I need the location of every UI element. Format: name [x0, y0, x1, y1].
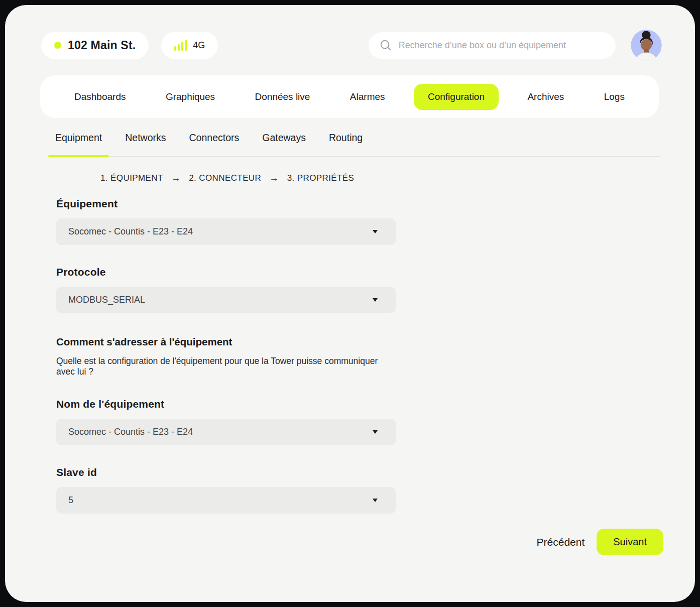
tab-configuration[interactable]: Configuration	[414, 84, 499, 110]
chevron-down-icon	[373, 298, 378, 302]
signal-bars-icon	[174, 40, 187, 51]
equipment-form: Équipement Socomec - Countis - E23 - E24…	[56, 198, 396, 514]
device-name-label: Nom de l'équipement	[56, 398, 396, 410]
tab-dashboards[interactable]: Dashboards	[63, 84, 137, 110]
step-equipment: 1. ÉQUIPMENT	[100, 173, 163, 183]
main-nav: Dashboards Graphiques Données live Alarm…	[40, 75, 659, 118]
status-dot-icon	[54, 42, 61, 49]
protocol-label: Protocole	[56, 266, 396, 278]
equipment-label: Équipement	[56, 198, 396, 210]
equipment-select-value: Socomec - Countis - E23 - E24	[68, 226, 193, 237]
previous-button[interactable]: Précédent	[537, 536, 585, 548]
tab-archives[interactable]: Archives	[516, 84, 575, 110]
location-selector[interactable]: 102 Main St.	[41, 32, 149, 59]
top-bar: 102 Main St. 4G	[41, 31, 662, 59]
section-title: Comment s'adresser à l'équipement	[56, 336, 396, 348]
search-input[interactable]	[399, 40, 606, 51]
wizard-stepper: 1. ÉQUIPMENT → 2. CONNECTEUR → 3. PROPRI…	[100, 173, 695, 184]
slave-id-label: Slave id	[56, 466, 396, 478]
search-icon	[380, 39, 392, 52]
device-name-select-value: Socomec - Countis - E23 - E24	[68, 427, 193, 437]
subtab-networks[interactable]: Networks	[125, 128, 166, 156]
network-label: 4G	[193, 40, 205, 51]
device-name-select[interactable]: Socomec - Countis - E23 - E24	[56, 419, 396, 445]
chevron-down-icon	[373, 230, 378, 233]
step-connecteur: 2. CONNECTEUR	[189, 173, 261, 183]
next-button[interactable]: Suivant	[597, 529, 663, 555]
tab-donnees-live[interactable]: Données live	[244, 84, 321, 110]
subtab-connectors[interactable]: Connectors	[189, 128, 240, 156]
network-status-pill[interactable]: 4G	[161, 32, 218, 59]
arrow-right-icon: →	[171, 173, 181, 184]
tab-logs[interactable]: Logs	[593, 84, 636, 110]
location-label: 102 Main St.	[68, 39, 136, 52]
config-subnav: Equipment Networks Connectors Gateways R…	[55, 128, 660, 157]
wizard-actions: Précédent Suivant	[5, 529, 663, 555]
main-card: 102 Main St. 4G	[5, 5, 695, 602]
subtab-routing[interactable]: Routing	[329, 128, 363, 156]
chevron-down-icon	[373, 430, 378, 434]
tab-alarmes[interactable]: Alarmes	[339, 84, 396, 110]
step-proprietes: 3. PROPRIÉTÉS	[287, 173, 355, 183]
subtab-gateways[interactable]: Gateways	[262, 128, 306, 156]
arrow-right-icon: →	[269, 173, 279, 184]
protocol-select-value: MODBUS_SERIAL	[68, 295, 145, 305]
slave-id-select-value: 5	[68, 495, 73, 506]
tab-graphiques[interactable]: Graphiques	[155, 84, 226, 110]
chevron-down-icon	[373, 499, 378, 502]
protocol-select[interactable]: MODBUS_SERIAL	[56, 287, 396, 313]
subtab-equipment[interactable]: Equipment	[55, 128, 102, 156]
avatar[interactable]	[631, 30, 662, 61]
slave-id-select[interactable]: 5	[56, 487, 396, 514]
search-bar[interactable]	[369, 32, 616, 59]
section-description: Quelle est la configuration de l'équipem…	[56, 356, 396, 377]
equipment-select[interactable]: Socomec - Countis - E23 - E24	[56, 218, 396, 245]
